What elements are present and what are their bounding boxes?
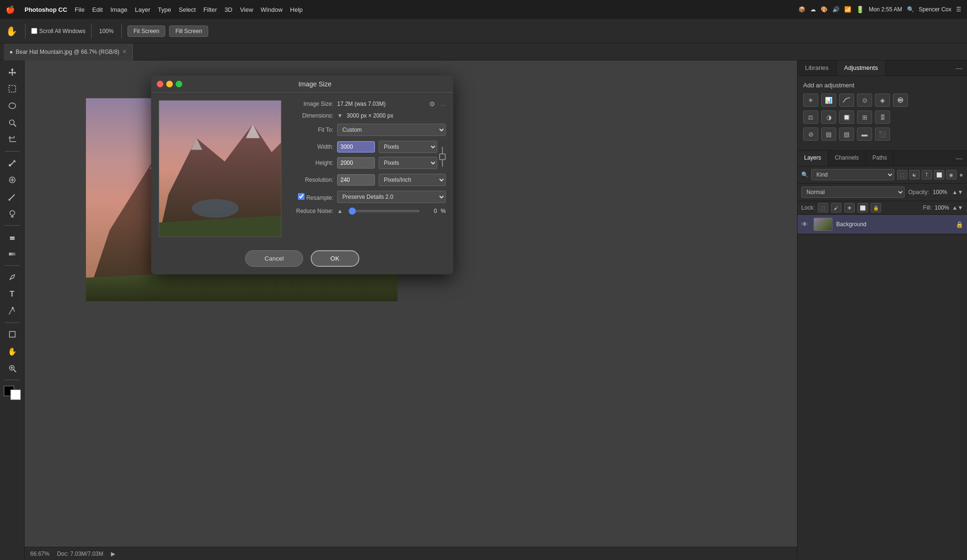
background-color[interactable]: [10, 390, 21, 400]
fill-value[interactable]: 100%: [935, 204, 950, 211]
layers-panel-collapse[interactable]: —: [951, 151, 967, 166]
hue-saturation-icon[interactable]: [893, 93, 908, 107]
channel-mixer-icon[interactable]: ⊞: [857, 110, 872, 124]
pixel-filter-icon[interactable]: ⬚: [897, 170, 908, 179]
brightness-contrast-icon[interactable]: ☀: [803, 93, 818, 107]
opacity-value[interactable]: 100%: [933, 189, 948, 195]
menu-edit[interactable]: Edit: [88, 5, 106, 14]
fill-stepper[interactable]: ▲▼: [952, 204, 963, 211]
color-swatches[interactable]: [4, 386, 21, 400]
dialog-close-button[interactable]: [157, 81, 163, 87]
zoom-tool[interactable]: [4, 361, 21, 376]
scroll-all-windows-toggle[interactable]: Scroll All Windows: [31, 28, 85, 34]
fill-screen-button[interactable]: Fill Screen: [169, 25, 208, 37]
black-white-icon[interactable]: ◑: [821, 110, 836, 124]
filter-toggle-button[interactable]: ●: [959, 171, 963, 178]
quick-select-tool[interactable]: [4, 115, 21, 130]
curves-icon[interactable]: [839, 93, 854, 107]
move-tool[interactable]: [4, 64, 21, 79]
blend-mode-select[interactable]: Normal Dissolve Multiply Screen Overlay: [801, 187, 905, 198]
marquee-tool[interactable]: [4, 81, 21, 96]
pen-tool[interactable]: [4, 270, 21, 285]
adjustments-tab[interactable]: Adjustments: [837, 60, 886, 76]
adjustment-filter-icon[interactable]: ☯: [909, 170, 920, 179]
width-input[interactable]: [337, 141, 375, 153]
exposure-icon[interactable]: ⊙: [857, 93, 872, 107]
scroll-all-windows-checkbox[interactable]: [31, 28, 37, 34]
gradient-tool[interactable]: [4, 246, 21, 262]
hand-tool[interactable]: ✋: [4, 344, 21, 359]
width-unit-select[interactable]: Pixels Percent Inches: [379, 141, 437, 153]
libraries-tab[interactable]: Libraries: [797, 60, 837, 76]
menu-file[interactable]: File: [71, 5, 88, 14]
lasso-tool[interactable]: [4, 98, 21, 113]
paths-tab[interactable]: Paths: [866, 151, 894, 166]
menu-3d[interactable]: 3D: [221, 5, 237, 14]
vibrance-icon[interactable]: ◈: [875, 93, 890, 107]
apple-menu[interactable]: 🍎: [6, 5, 15, 14]
layers-tab[interactable]: Layers: [797, 151, 828, 166]
fit-screen-button[interactable]: Fit Screen: [127, 25, 166, 37]
channels-tab[interactable]: Channels: [828, 151, 866, 166]
opacity-stepper[interactable]: ▲▼: [952, 189, 963, 195]
panel-collapse-button[interactable]: —: [951, 60, 967, 76]
brush-tool[interactable]: [4, 189, 21, 204]
app-name[interactable]: Photoshop CC: [21, 5, 71, 14]
layer-kind-select[interactable]: Kind: [811, 169, 894, 180]
resample-method-select[interactable]: Preserve Details 2.0 Automatic Preserve …: [337, 191, 446, 203]
menu-help[interactable]: Help: [286, 5, 306, 14]
resample-checkbox[interactable]: [298, 193, 305, 200]
gradient-map-icon[interactable]: ▬: [857, 127, 872, 141]
lock-all-button[interactable]: 🔒: [871, 203, 881, 212]
lock-transparent-button[interactable]: ⬚: [818, 203, 828, 212]
image-size-expand-icon[interactable]: …: [440, 101, 446, 107]
color-lookup-icon[interactable]: 🎛: [875, 110, 890, 124]
eyedropper-tool[interactable]: [4, 155, 21, 170]
reduce-noise-slider[interactable]: [348, 210, 420, 212]
menu-image[interactable]: Image: [107, 5, 131, 14]
resolution-unit-select[interactable]: Pixels/Inch Pixels/cm: [379, 174, 446, 186]
lock-move-button[interactable]: ✚: [844, 203, 855, 212]
document-tab[interactable]: ● Bear Hat Mountain.jpg @ 66.7% (RGB/8) …: [4, 43, 133, 60]
lock-artboard-button[interactable]: ⬜: [857, 203, 868, 212]
dimensions-chevron-icon[interactable]: ▼: [337, 112, 343, 119]
fit-to-select[interactable]: Custom Original Size Web Screen: [337, 124, 446, 136]
photo-filter-icon[interactable]: 🔲: [839, 110, 854, 124]
image-size-gear-icon[interactable]: ⚙: [429, 100, 435, 108]
menu-view[interactable]: View: [236, 5, 257, 14]
tab-close-button[interactable]: ✕: [122, 49, 127, 55]
dialog-minimize-button[interactable]: [166, 81, 173, 87]
eraser-tool[interactable]: [4, 229, 21, 245]
shape-filter-icon[interactable]: ⬜: [934, 170, 944, 179]
posterize-icon[interactable]: ▤: [821, 127, 836, 141]
ok-button[interactable]: OK: [311, 250, 359, 267]
text-tool[interactable]: T: [4, 287, 21, 302]
smart-filter-icon[interactable]: ◉: [946, 170, 957, 179]
menu-select[interactable]: Select: [175, 5, 199, 14]
search-icon[interactable]: 🔍: [907, 6, 914, 13]
layer-visibility-toggle[interactable]: 👁: [801, 221, 810, 228]
hand-tool-icon[interactable]: ✋: [4, 24, 19, 39]
menu-type[interactable]: Type: [154, 5, 175, 14]
notification-icon[interactable]: ☰: [956, 6, 961, 13]
levels-icon[interactable]: 📊: [821, 93, 836, 107]
threshold-icon[interactable]: ▧: [839, 127, 854, 141]
heal-tool[interactable]: [4, 172, 21, 187]
path-selection-tool[interactable]: [4, 304, 21, 319]
clone-stamp-tool[interactable]: [4, 206, 21, 221]
crop-tool[interactable]: [4, 132, 21, 147]
menu-filter[interactable]: Filter: [200, 5, 221, 14]
cancel-button[interactable]: Cancel: [245, 250, 303, 267]
layer-name[interactable]: Background: [836, 221, 952, 228]
resolution-input[interactable]: [337, 174, 375, 186]
shape-tool[interactable]: [4, 327, 21, 342]
selective-color-icon[interactable]: ⬛: [875, 127, 890, 141]
menu-window[interactable]: Window: [257, 5, 286, 14]
lock-paint-button[interactable]: 🖌: [831, 203, 841, 212]
type-filter-icon[interactable]: T: [922, 170, 932, 179]
menu-layer[interactable]: Layer: [131, 5, 154, 14]
dialog-maximize-button[interactable]: [176, 81, 182, 87]
invert-icon[interactable]: ⊘: [803, 127, 818, 141]
height-unit-select[interactable]: Pixels Percent Inches: [379, 157, 437, 169]
height-input[interactable]: [337, 157, 375, 169]
